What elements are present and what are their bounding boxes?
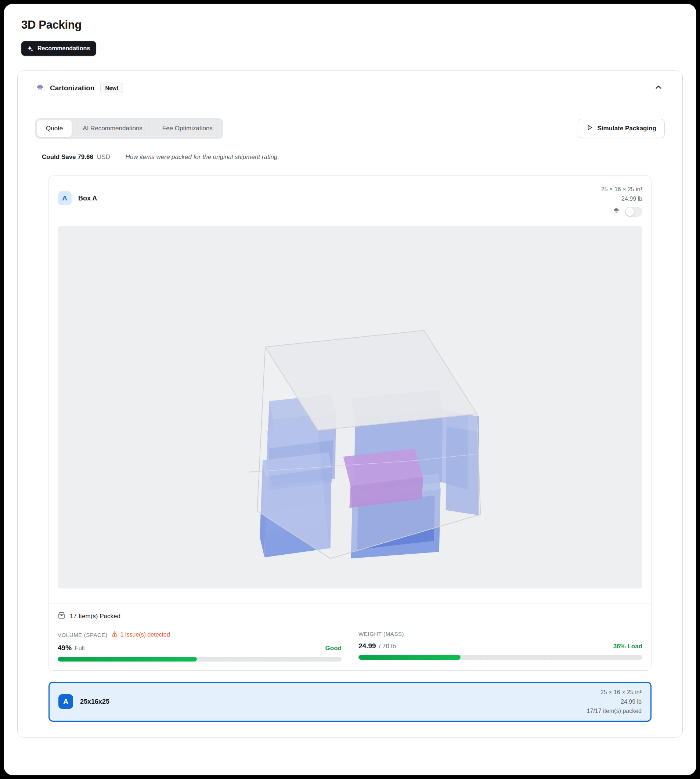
simulate-packaging-button[interactable]: Simulate Packaging <box>578 119 665 138</box>
box-panel-footer: 17 Item(s) Packed VOLUME (SPACE) <box>49 603 651 670</box>
selected-box-name: 25x16x25 <box>80 698 110 706</box>
weight-value: 24.99 <box>358 642 376 650</box>
selected-box-dimensions: 25 × 16 × 25 in³ <box>587 687 642 697</box>
issue-text: 1 issue(s) detected <box>120 631 170 638</box>
issue-flag: 1 issue(s) detected <box>111 631 170 639</box>
tab-quote[interactable]: Quote <box>37 120 72 137</box>
box-dimensions: 25 × 16 × 25 in³ <box>601 185 642 194</box>
stats-grid: VOLUME (SPACE) 1 issue(s) detected <box>58 631 642 661</box>
items-packed-row: 17 Item(s) Packed <box>58 612 642 621</box>
savings-currency: USD <box>97 153 110 161</box>
controls-row: Quote AI Recommendations Fee Optimizatio… <box>35 118 665 139</box>
tab-ai-recommendations[interactable]: AI Recommendations <box>74 120 151 137</box>
weight-load: 36% Load <box>613 643 642 650</box>
box-panel: A Box A 25 × 16 × 25 in³ 24.99 lb <box>48 175 652 671</box>
ufo-gray-icon <box>612 206 620 217</box>
play-icon <box>586 124 593 133</box>
sparkle-icon <box>27 45 34 52</box>
page-title: 3D Packing <box>21 18 683 32</box>
selected-box-badge: A <box>58 694 73 709</box>
box-weight: 24.99 lb <box>601 194 642 204</box>
new-badge: New! <box>100 83 123 93</box>
volume-status: Good <box>325 645 342 652</box>
weight-label: WEIGHT (MASS) <box>358 631 404 637</box>
collapse-button[interactable] <box>652 81 665 95</box>
package-icon <box>58 612 65 621</box>
packing-3d-scene <box>58 226 642 588</box>
toggle-knob <box>625 207 634 216</box>
selected-box-weight: 24.99 lb <box>587 697 642 707</box>
recommendations-label: Recommendations <box>37 45 90 52</box>
volume-suffix: Full <box>75 645 85 652</box>
visibility-toggle[interactable] <box>625 207 642 216</box>
box-panel-header: A Box A 25 × 16 × 25 in³ 24.99 lb <box>49 176 651 217</box>
box-id-badge: A <box>58 191 72 205</box>
warning-icon <box>111 631 118 639</box>
volume-progress-track <box>58 657 342 661</box>
selected-box-packed: 17/17 item(s) packed <box>587 706 642 716</box>
weight-stat: WEIGHT (MASS) 24.99 / 70 lb 36% Load <box>358 631 642 661</box>
tab-group: Quote AI Recommendations Fee Optimizatio… <box>35 118 223 139</box>
page: 3D Packing Recommendations Cartonization <box>4 4 696 775</box>
container-box <box>257 330 480 558</box>
recommendations-button[interactable]: Recommendations <box>21 41 96 56</box>
volume-stat: VOLUME (SPACE) 1 issue(s) detected <box>58 631 342 661</box>
chevron-up-icon <box>655 87 663 93</box>
selected-box-card[interactable]: A 25x16x25 25 × 16 × 25 in³ 24.99 lb 17/… <box>48 682 652 722</box>
savings-note: How items were packed for the original s… <box>125 153 279 161</box>
volume-progress-fill <box>58 657 197 661</box>
tab-fee-optimizations[interactable]: Fee Optimizations <box>153 120 222 137</box>
cartonization-header: Cartonization New! <box>35 81 665 95</box>
box-name: Box A <box>78 195 97 202</box>
separator-dot: · <box>114 153 122 161</box>
savings-amount: Could Save 79.66 <box>42 153 93 161</box>
weight-progress-fill <box>358 655 460 660</box>
weight-capacity: / 70 lb <box>379 643 396 650</box>
cartonization-card: Cartonization New! Quote AI Recommendati… <box>17 70 683 737</box>
volume-label: VOLUME (SPACE) <box>58 632 108 638</box>
items-packed-label: 17 Item(s) Packed <box>70 613 120 620</box>
card-title: Cartonization <box>50 84 94 92</box>
volume-percent: 49% <box>58 644 72 652</box>
savings-summary: Could Save 79.66 USD · How items were pa… <box>42 153 665 161</box>
ufo-icon <box>35 83 45 93</box>
simulate-packaging-label: Simulate Packaging <box>597 125 656 132</box>
selected-box-meta: 25 × 16 × 25 in³ 24.99 lb 17/17 item(s) … <box>587 687 642 716</box>
box-meta: 25 × 16 × 25 in³ 24.99 lb <box>601 185 642 217</box>
weight-progress-track <box>358 655 642 660</box>
packing-3d-canvas[interactable] <box>58 226 642 588</box>
